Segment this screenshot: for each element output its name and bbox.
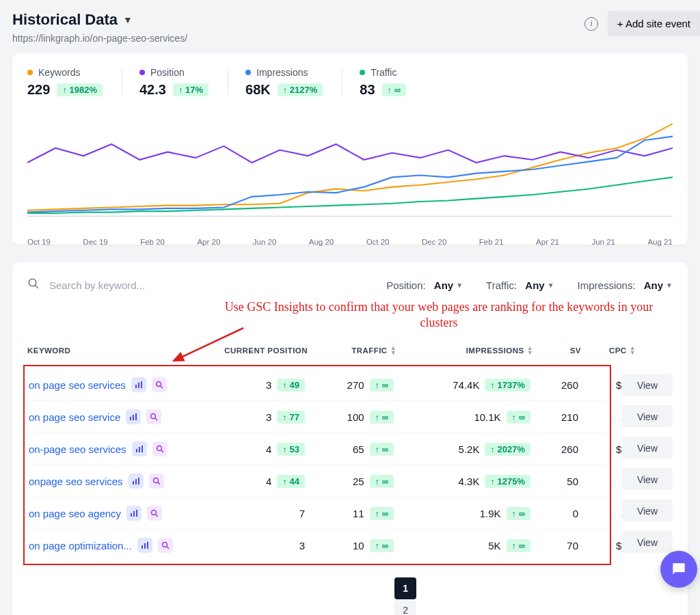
bar-chart-icon[interactable]	[131, 377, 146, 392]
delta-badge: ↑ ∞	[382, 83, 406, 96]
svg-rect-25	[133, 511, 135, 517]
stat-impressions: Impressions 68K↑ 2127%	[228, 67, 342, 98]
pager-page[interactable]: 1	[394, 577, 416, 599]
svg-rect-10	[133, 415, 134, 420]
col-traffic[interactable]: TRAFFIC▲▼	[308, 346, 396, 355]
view-button[interactable]: View	[622, 468, 673, 490]
title-text: Historical Data	[12, 11, 118, 29]
filter-position[interactable]: Position: Any ▼	[386, 279, 463, 291]
svg-rect-26	[136, 510, 137, 517]
x-tick: Feb 20	[140, 238, 165, 246]
chat-fab[interactable]	[660, 551, 697, 588]
magnify-icon[interactable]	[152, 377, 167, 392]
bar-chart-icon[interactable]	[126, 409, 141, 424]
magnify-icon[interactable]	[146, 409, 161, 424]
col-sv[interactable]: SV	[533, 346, 581, 355]
keyword-link[interactable]: onpage seo services	[29, 476, 123, 487]
sort-icon: ▲▼	[390, 346, 396, 355]
legend-dot-icon	[360, 70, 365, 75]
x-tick: Jun 21	[591, 238, 615, 246]
bar-chart-icon[interactable]	[126, 506, 142, 521]
svg-rect-19	[133, 481, 134, 484]
magnify-icon[interactable]	[149, 474, 164, 489]
magnify-icon[interactable]	[147, 506, 162, 521]
bar-chart-icon[interactable]	[129, 474, 144, 489]
delta-badge: ↑ 77	[277, 411, 305, 424]
trend-chart: Oct 19Dec 19Feb 20Apr 20Jun 20Aug 20Oct …	[27, 119, 673, 232]
table-row: onpage seo services 4↑ 44 25↑ ∞ 4.3K↑ 12…	[29, 465, 606, 497]
view-button[interactable]: View	[622, 437, 673, 459]
stats-card: Keywords 229↑ 1982%Position 42.3↑ 17%Imp…	[12, 53, 688, 245]
table-row: on page seo service 3↑ 77 100↑ ∞ 10.1K↑ …	[29, 401, 606, 433]
delta-badge: ↑ 53	[277, 443, 305, 456]
view-button[interactable]: View	[622, 405, 673, 427]
keyword-link[interactable]: on page optimization...	[29, 540, 132, 551]
magnify-icon[interactable]	[152, 441, 167, 456]
svg-rect-6	[141, 381, 142, 388]
bar-chart-icon[interactable]	[137, 538, 152, 553]
filter-impressions[interactable]: Impressions: Any ▼	[578, 279, 673, 291]
x-tick: Aug 20	[309, 238, 334, 246]
view-button[interactable]: View	[622, 531, 673, 553]
x-tick: Apr 21	[536, 238, 559, 246]
svg-point-7	[156, 382, 161, 387]
col-impressions[interactable]: IMPRESSIONS▲▼	[396, 346, 533, 355]
svg-line-33	[167, 547, 169, 549]
svg-rect-11	[135, 413, 137, 420]
view-button[interactable]: View	[622, 500, 673, 521]
svg-rect-16	[142, 446, 143, 452]
x-tick: Feb 21	[479, 238, 504, 246]
pager-page[interactable]: 2	[394, 599, 416, 615]
svg-line-28	[156, 515, 158, 517]
table-body: on page seo services 3↑ 49 270↑ ∞ 74.4K↑…	[23, 365, 611, 565]
info-icon[interactable]: i	[584, 17, 598, 31]
legend-dot-icon	[139, 70, 145, 75]
table-row: on page seo agency 7 11↑ ∞ 1.9K↑ ∞ 0 $0	[29, 497, 606, 530]
delta-badge: ↑ ∞	[507, 507, 530, 520]
keyword-link[interactable]: on page seo agency	[29, 508, 121, 519]
annotation-text: Use GSC Insights to confirm that your we…	[224, 299, 654, 331]
stat-traffic: Traffic 83↑ ∞	[342, 67, 425, 98]
col-position[interactable]: CURRENT POSITION	[205, 346, 308, 355]
keyword-link[interactable]: on page seo services	[29, 379, 126, 391]
table-header: KEYWORD CURRENT POSITION TRAFFIC▲▼ IMPRE…	[27, 346, 673, 365]
col-keyword[interactable]: KEYWORD	[27, 346, 205, 355]
keyword-link[interactable]: on-page seo services	[29, 443, 126, 455]
svg-point-17	[157, 446, 161, 451]
delta-badge: ↑ 49	[277, 379, 305, 392]
page-title[interactable]: Historical Data ▼	[12, 11, 187, 29]
delta-badge: ↑ 1737%	[485, 379, 530, 392]
filter-traffic[interactable]: Traffic: Any ▼	[486, 279, 554, 291]
svg-rect-14	[136, 449, 137, 452]
svg-point-1	[29, 279, 36, 286]
bar-chart-icon[interactable]	[132, 441, 147, 456]
magnify-icon[interactable]	[158, 538, 173, 553]
view-button[interactable]: View	[622, 374, 673, 396]
stat-position: Position 42.3↑ 17%	[122, 67, 228, 98]
svg-line-18	[161, 450, 163, 452]
delta-badge: ↑ ∞	[370, 539, 394, 552]
delta-badge: ↑ 2127%	[278, 83, 323, 96]
svg-rect-5	[138, 383, 139, 388]
delta-badge: ↑ ∞	[370, 379, 394, 392]
page-header: Historical Data ▼ https://linkgraph.io/o…	[12, 11, 688, 44]
delta-badge: ↑ ∞	[370, 507, 394, 520]
keyword-link[interactable]: on page seo service	[29, 411, 120, 423]
svg-rect-20	[135, 479, 137, 484]
x-tick: Dec 20	[422, 238, 446, 246]
svg-line-8	[161, 386, 163, 388]
series-keywords	[27, 124, 673, 210]
chevron-down-icon: ▼	[666, 282, 673, 289]
svg-line-13	[155, 418, 157, 420]
x-tick: Oct 19	[27, 238, 51, 246]
svg-rect-4	[135, 385, 137, 388]
svg-point-27	[152, 510, 157, 515]
add-site-event-button[interactable]: + Add site event	[608, 11, 700, 36]
col-cpc[interactable]: CPC▲▼	[581, 346, 636, 355]
delta-badge: ↑ ∞	[370, 411, 394, 424]
search-input[interactable]	[49, 279, 227, 291]
table-row: on-page seo services 4↑ 53 65↑ ∞ 5.2K↑ 2…	[29, 433, 606, 465]
keyword-table-card: Position: Any ▼ Traffic: Any ▼ Impressio…	[12, 262, 688, 615]
legend-dot-icon	[27, 70, 33, 75]
series-traffic	[27, 177, 673, 213]
